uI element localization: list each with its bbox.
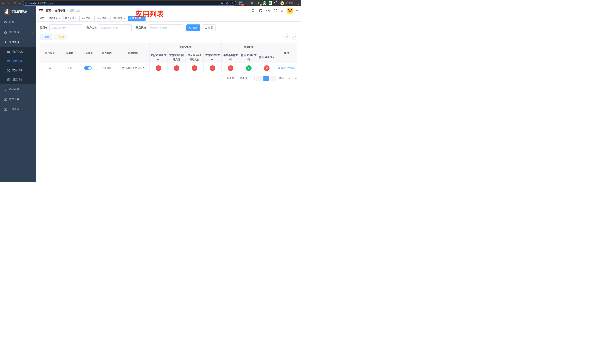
status-toggle[interactable] bbox=[84, 66, 92, 70]
back-icon[interactable]: ← bbox=[2, 2, 5, 5]
cell-create-time: 2021-10-23 08:49:25 bbox=[116, 63, 150, 73]
page-size-select[interactable]: 10条/页 bbox=[236, 76, 255, 81]
browser-profile-avatar[interactable] bbox=[280, 1, 284, 5]
sidebar-item-payment[interactable]: ¥ 支付管理 bbox=[0, 37, 36, 47]
extensions-puzzle-icon[interactable] bbox=[275, 1, 278, 5]
cell-app-id: 6 bbox=[40, 63, 60, 73]
close-icon[interactable]: ✕ bbox=[107, 17, 109, 20]
export-button[interactable]: 导出 bbox=[54, 34, 66, 40]
table-row: 6 芋道 芋道源码 2021-10-23 08:49:25 ✕ ✕ ✕ ✕ ✕ … bbox=[40, 63, 297, 73]
show-search-button[interactable] bbox=[284, 34, 290, 40]
help-icon[interactable]: ? bbox=[266, 9, 270, 13]
y-extension-icon[interactable]: y bbox=[263, 1, 266, 5]
chevron-down-icon bbox=[249, 77, 251, 79]
app-name-input[interactable] bbox=[49, 24, 82, 31]
page-content: 应用名 商户名称 开启状态 请选择开启状态 搜索 重置 bbox=[36, 22, 301, 182]
reload-icon[interactable]: ⟳ bbox=[14, 2, 16, 5]
sidebar-item-app-info[interactable]: 应用信息 bbox=[0, 56, 36, 66]
add-button[interactable]: + 新增 bbox=[40, 34, 52, 40]
browser-menu-icon[interactable]: ⋮ bbox=[295, 2, 297, 4]
fullscreen-icon[interactable] bbox=[273, 9, 278, 13]
session-extension-icon[interactable]: 1 bbox=[257, 1, 260, 5]
search-button[interactable]: 搜索 bbox=[186, 24, 200, 31]
plus-icon: + bbox=[42, 36, 44, 39]
command-extension-icon[interactable]: ⌘ bbox=[251, 1, 255, 5]
tab-merchant-info[interactable]: 商户信息✕ bbox=[112, 16, 127, 21]
breadcrumb: 首页 / 支付管理 / 应用信息 bbox=[46, 9, 80, 12]
edit-link[interactable]: 修改 bbox=[278, 66, 286, 70]
edit-pencil-icon bbox=[278, 67, 280, 69]
page-number-1[interactable]: 1 bbox=[263, 76, 269, 81]
sidebar-item-infrastructure[interactable]: 基础设施 bbox=[0, 84, 36, 94]
col-merchant: 商户名称 bbox=[97, 43, 116, 63]
jump-suffix: 页 bbox=[295, 77, 297, 80]
app-name-label: 应用名 bbox=[40, 26, 48, 30]
reset-button[interactable]: 重置 bbox=[202, 24, 216, 31]
sidebar: 芋道管理系统 首页 系统管理 ¥ 支付管理 商户信息 bbox=[0, 6, 36, 182]
close-icon[interactable]: ✕ bbox=[91, 17, 93, 20]
prev-page-button[interactable]: ‹ bbox=[256, 76, 262, 81]
sidebar-item-refund-orders[interactable]: 退款订单 bbox=[0, 75, 36, 84]
share-icon[interactable] bbox=[226, 2, 229, 5]
tab-pay-orders[interactable]: 支付订单✕ bbox=[79, 16, 94, 21]
sidebar-item-home[interactable]: 首页 bbox=[0, 17, 36, 27]
close-icon[interactable]: ✕ bbox=[75, 17, 77, 20]
col-status: 开启状态 bbox=[79, 43, 97, 63]
app-title: 芋道管理系统 bbox=[11, 10, 27, 13]
close-icon[interactable]: ✕ bbox=[59, 17, 61, 20]
yen-circle-icon: ¥ bbox=[7, 69, 10, 72]
wechat-mini-status-badge: ✕ bbox=[228, 65, 233, 71]
status-select[interactable]: 请选择开启状态 bbox=[148, 24, 183, 31]
wechat-app-status-badge: ✕ bbox=[264, 65, 269, 71]
merchant-name-input[interactable] bbox=[99, 24, 132, 31]
status-label: 开启状态 bbox=[136, 26, 146, 30]
refresh-button[interactable] bbox=[292, 34, 297, 40]
extension-badge: 10 bbox=[241, 4, 244, 6]
font-size-icon[interactable]: тT bbox=[281, 9, 284, 12]
close-icon[interactable]: ✕ bbox=[123, 17, 125, 20]
breadcrumb-current: 应用信息 bbox=[69, 9, 80, 12]
address-bar[interactable]: i localhost:1024/pay/app ☆ bbox=[23, 1, 236, 6]
forward-icon[interactable]: → bbox=[8, 2, 11, 5]
home-icon[interactable]: ⌂ bbox=[19, 2, 21, 5]
kite-extension-icon[interactable] bbox=[245, 1, 249, 5]
gear-icon bbox=[4, 31, 7, 34]
trash-icon bbox=[288, 67, 290, 69]
pagination: 共 1 条 10条/页 ‹ 1 › 前往 页 bbox=[40, 76, 297, 81]
jump-page-input[interactable] bbox=[286, 76, 293, 81]
sidebar-item-workflow[interactable]: 工作流程 bbox=[0, 104, 36, 114]
tab-refund-orders[interactable]: 退款订单✕ bbox=[96, 16, 111, 21]
sidebar-item-system[interactable]: 系统管理 bbox=[0, 27, 36, 37]
url-text[interactable]: localhost:1024/pay/app bbox=[29, 2, 219, 4]
blocks-extension-icon[interactable]: 10 bbox=[239, 1, 243, 5]
col-alipay-app: 支付宝 APP 支付 bbox=[150, 52, 168, 63]
browser-nav: ← → ⟳ ⌂ bbox=[2, 2, 21, 5]
next-page-button[interactable]: › bbox=[270, 76, 276, 81]
bookmark-star-icon[interactable]: ☆ bbox=[231, 1, 234, 5]
refresh-icon bbox=[293, 36, 296, 38]
password-key-icon[interactable] bbox=[220, 2, 224, 5]
delete-link[interactable]: 删除 bbox=[288, 66, 295, 70]
sidebar-item-merchant-info[interactable]: 商户信息 bbox=[0, 47, 36, 56]
github-icon[interactable] bbox=[258, 9, 263, 13]
chrome-update-button[interactable]: 更新 ⋮ bbox=[286, 1, 299, 5]
breadcrumb-payment[interactable]: 支付管理 bbox=[55, 9, 65, 12]
breadcrumb-home[interactable]: 首页 bbox=[46, 9, 51, 12]
chevron-down-icon bbox=[32, 108, 33, 110]
search-icon[interactable] bbox=[251, 9, 255, 13]
user-avatar[interactable] bbox=[287, 8, 293, 14]
tab-user-group[interactable]: 用户分组✕ bbox=[63, 16, 78, 21]
tab-home[interactable]: 首页 bbox=[38, 16, 46, 21]
tab-process-form[interactable]: 流程表单✕ bbox=[47, 16, 62, 21]
sidebar-logo[interactable]: 芋道管理系统 bbox=[0, 6, 36, 17]
sidebar-item-dev-tools[interactable]: 研发工具 bbox=[0, 94, 36, 104]
hamburger-icon[interactable] bbox=[39, 9, 43, 13]
avatar-caret-icon[interactable] bbox=[296, 10, 298, 12]
app-table: 应用编号 应用名 开启状态 商户名称 创建时间 支付宝配置 微信配置 操作 支付… bbox=[40, 43, 297, 73]
chevron-down-icon bbox=[32, 88, 33, 90]
site-info-icon[interactable]: i bbox=[25, 2, 28, 4]
sidebar-item-pay-orders[interactable]: ¥ 支付订单 bbox=[0, 66, 36, 75]
table-toolbar: + 新增 导出 bbox=[40, 34, 297, 40]
chat-extension-icon[interactable] bbox=[269, 1, 272, 5]
chevron-down-icon bbox=[179, 26, 181, 28]
